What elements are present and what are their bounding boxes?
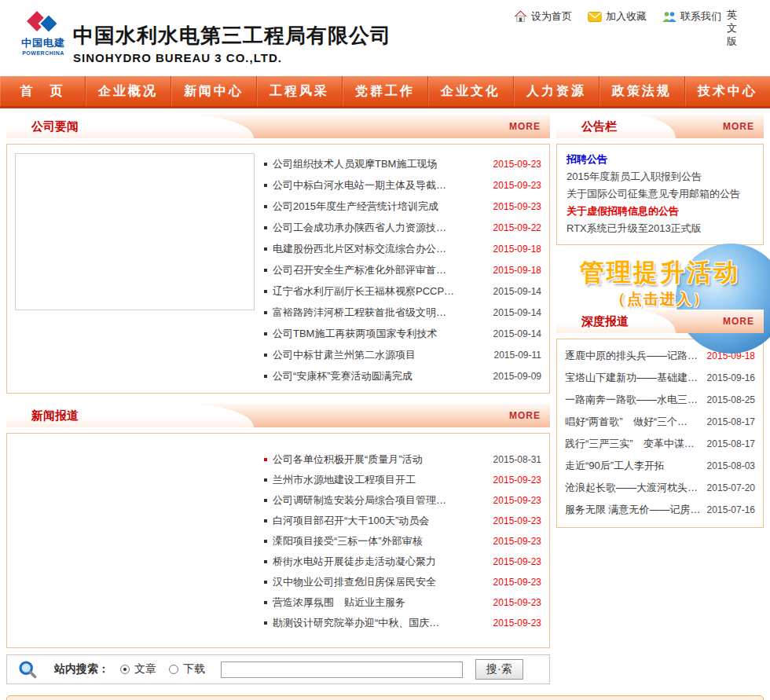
set-homepage-link[interactable]: 设为首页 <box>514 9 572 24</box>
news-item-date: 2015-09-23 <box>493 618 541 629</box>
news-item[interactable]: 一路南奔一路歌——水电三… 2015-08-25 <box>565 389 755 411</box>
nav-item[interactable]: 人力资源 <box>514 76 600 106</box>
section-title: 公司要闻 <box>6 115 254 138</box>
news-item[interactable]: 桥街水电站开展徒步走活动凝心聚力 2015-09-23 <box>264 552 541 572</box>
announcement-item[interactable]: 招聘公告 <box>566 151 754 168</box>
news-item-date: 2015-08-03 <box>707 460 755 471</box>
news-item-title: 公司TBM施工再获两项国家专利技术 <box>273 327 487 341</box>
announcements-header: 公告栏 MORE <box>556 115 764 138</box>
nav-item[interactable]: 政策法规 <box>600 76 685 106</box>
news-item[interactable]: 溧阳项目接受“三标一体”外部审核 2015-09-23 <box>264 531 541 552</box>
nav-item[interactable]: 企业文化 <box>428 76 514 106</box>
news-item[interactable]: 兰州市水源地建设工程项目开工 2015-09-23 <box>264 470 541 490</box>
news-photo-placeholder[interactable] <box>15 153 255 310</box>
radio-download[interactable] <box>169 665 178 674</box>
search-button[interactable]: 搜·索 <box>475 659 523 680</box>
news-item[interactable]: 公司“安康杯”竞赛活动圆满完成 2015-09-09 <box>264 365 541 387</box>
news-item[interactable]: 公司调研制造安装分局综合项目管理… 2015-09-23 <box>264 490 541 511</box>
news-item-date: 2015-09-23 <box>493 201 541 212</box>
news-item[interactable]: 富裕路跨沣河桥工程获首批省级文明… 2015-09-14 <box>264 302 541 323</box>
news-item-title: 公司调研制造安装分局综合项目管理… <box>273 493 487 508</box>
bullet-icon <box>264 332 267 335</box>
bullet-icon <box>264 163 267 166</box>
news-reports-more-link[interactable]: MORE <box>509 404 541 427</box>
news-item[interactable]: 公司召开安全生产标准化外部评审首… 2015-09-18 <box>264 259 541 280</box>
radio-article[interactable] <box>120 665 130 674</box>
contact-icon <box>662 11 676 23</box>
announcement-item[interactable]: 关于虚假招聘信息的公告 <box>566 203 754 220</box>
management-banner[interactable]: 管理提升活动 （点击进入） <box>556 256 764 310</box>
add-favorite-link[interactable]: 加入收藏 <box>588 9 647 24</box>
contact-us-link[interactable]: 联系我们 <box>662 9 721 24</box>
footer <box>6 695 764 700</box>
news-item-date: 2015-09-16 <box>707 372 755 383</box>
news-item[interactable]: 电建股份西北片区对标交流综合办公… 2015-09-18 <box>264 238 541 259</box>
announcement-item[interactable]: RTX系统已升级至2013正式版 <box>566 220 754 237</box>
news-item[interactable]: 公司TBM施工再获两项国家专利技术 2015-09-14 <box>264 323 541 344</box>
news-item-date: 2015-09-23 <box>493 180 541 191</box>
announcement-item[interactable]: 关于国际公司征集意见专用邮箱的公告 <box>566 185 754 203</box>
news-item[interactable]: 汉中物业公司排查危旧房保居民安全 2015-09-23 <box>264 572 541 592</box>
bullet-icon <box>264 375 267 378</box>
nav-item[interactable]: 党群工作 <box>343 76 428 106</box>
news-item-date: 2015-09-14 <box>493 286 541 297</box>
news-item[interactable]: 白河项目部召开“大干100天”动员会 2015-09-23 <box>264 511 541 531</box>
bullet-icon <box>264 247 267 251</box>
news-item-date: 2015-09-14 <box>493 307 541 318</box>
news-item-title: 公司工会成功承办陕西省人力资源技… <box>273 221 487 235</box>
bullet-icon <box>264 581 267 584</box>
quick-link-label: 加入收藏 <box>606 9 647 24</box>
nav-item[interactable]: 企业概况 <box>86 76 171 106</box>
news-item-date: 2015-09-18 <box>493 265 541 276</box>
news-item-title: 富裕路跨沣河桥工程获首批省级文明… <box>273 306 487 320</box>
news-item[interactable]: 践行“三严三实” 变革中谋… 2015-08-17 <box>565 433 755 455</box>
page-title: 中国水利水电第三工程局有限公司 <box>73 22 391 49</box>
news-item[interactable]: 沧浪起长歌——大渡河枕头… 2015-07-20 <box>565 477 755 499</box>
news-item-date: 2015-09-22 <box>493 222 541 233</box>
company-news-panel: 公司组织技术人员观摩TBM施工现场 2015-09-23 公司中标白河水电站一期… <box>6 144 550 394</box>
news-item[interactable]: 公司组织技术人员观摩TBM施工现场 2015-09-23 <box>264 153 541 174</box>
news-item[interactable]: 营造浓厚氛围 贴近业主服务 2015-09-23 <box>264 592 541 613</box>
news-item[interactable]: 走近“90后”工人李开拓 2015-08-03 <box>565 455 755 477</box>
section-tab: 新闻报道 <box>6 404 254 427</box>
search-input[interactable] <box>221 662 463 678</box>
bullet-icon <box>264 540 267 543</box>
nav-item[interactable]: 首 页 <box>0 76 86 106</box>
section-title: 深度报道 <box>556 310 676 333</box>
news-item-date: 2015-09-23 <box>493 475 541 486</box>
bullet-icon <box>264 354 267 357</box>
radio-article-label: 文章 <box>134 662 156 676</box>
company-news-more-link[interactable]: MORE <box>509 115 541 138</box>
logo-brand-cn: 中国电建 <box>19 36 68 50</box>
logo-brand-en: POWERCHINA <box>19 50 68 56</box>
news-item-date: 2015-09-23 <box>493 159 541 170</box>
news-item[interactable]: 公司工会成功承办陕西省人力资源技… 2015-09-22 <box>264 217 541 238</box>
nav-item[interactable]: 工程风采 <box>257 76 343 106</box>
news-item-title: 公司2015年度生产经营统计培训完成 <box>273 200 487 214</box>
news-item[interactable]: 唱好“两首歌” 做好“三个… 2015-08-17 <box>565 411 755 433</box>
bullet-icon <box>264 226 267 229</box>
news-item[interactable]: 宝塔山下建新功——基础建… 2015-09-16 <box>565 367 755 389</box>
announcements-more-link[interactable]: MORE <box>723 115 754 138</box>
news-item[interactable]: 勘测设计研究院举办迎“中秋、国庆… 2015-09-23 <box>264 613 541 633</box>
news-item-date: 2015-09-23 <box>493 536 541 547</box>
company-logo[interactable]: 中国电建 POWERCHINA <box>19 9 68 56</box>
nav-item[interactable]: 新闻中心 <box>171 76 257 106</box>
english-version-link[interactable]: 英文版 <box>727 8 739 48</box>
home-icon <box>514 10 527 23</box>
news-item-title: 溧阳项目接受“三标一体”外部审核 <box>273 534 487 548</box>
news-item-title: 电建股份西北片区对标交流综合办公… <box>273 242 487 256</box>
news-item[interactable]: 辽宁省水利厅副厅长王福林视察PCCP… 2015-09-14 <box>264 280 541 302</box>
nav-item[interactable]: 技术中心 <box>685 76 770 106</box>
bullet-icon <box>264 499 267 502</box>
news-item-date: 2015-08-17 <box>707 438 755 449</box>
news-item[interactable]: 公司中标白河水电站一期主体及导截… 2015-09-23 <box>264 174 541 196</box>
announcement-item[interactable]: 2015年度新员工入职报到公告 <box>566 168 754 185</box>
bullet-icon <box>264 519 267 522</box>
news-item[interactable]: 公司2015年度生产经营统计培训完成 2015-09-23 <box>264 196 541 217</box>
news-item[interactable]: 公司中标甘肃兰州第二水源项目 2015-09-11 <box>264 344 541 365</box>
news-item[interactable]: 服务无限 满意无价——记房… 2015-07-16 <box>565 499 755 521</box>
news-item[interactable]: 公司各单位积极开展“质量月”活动 2015-08-31 <box>264 449 541 470</box>
deep-reports-more-link[interactable]: MORE <box>723 310 754 333</box>
bullet-icon <box>264 458 267 461</box>
